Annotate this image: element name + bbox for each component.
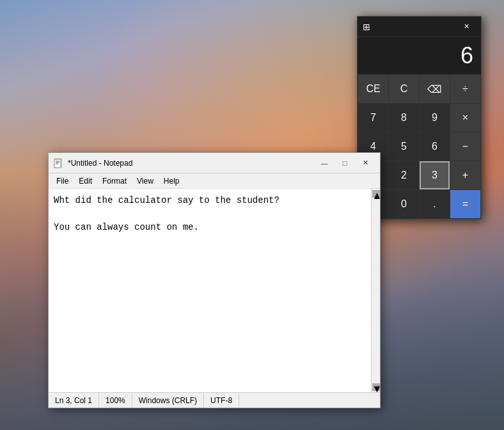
calculator-display: 6 [358, 37, 481, 74]
calc-btn-backspace[interactable]: ⌫ [420, 75, 450, 103]
scrollbar-down-arrow[interactable]: ▼ [372, 383, 380, 391]
calc-btn-0[interactable]: 0 [389, 190, 419, 218]
calc-btn-divide[interactable]: ÷ [450, 75, 480, 103]
menu-edit[interactable]: Edit [74, 175, 97, 187]
calc-btn-multiply[interactable]: × [450, 104, 480, 132]
scrollbar-up-arrow[interactable]: ▲ [372, 190, 380, 198]
notepad-minimize-button[interactable]: — [315, 155, 334, 171]
calc-btn-9[interactable]: 9 [420, 104, 450, 132]
calc-btn-decimal[interactable]: . [420, 190, 450, 218]
notepad-scrollbar[interactable]: ▲ ▼ [371, 189, 380, 392]
notepad-close-button[interactable]: ✕ [356, 155, 375, 171]
menu-format[interactable]: Format [97, 175, 132, 187]
calc-btn-subtract[interactable]: − [450, 132, 480, 161]
calc-btn-ce[interactable]: CE [358, 75, 388, 103]
menu-view[interactable]: View [132, 175, 159, 187]
calc-btn-add[interactable]: + [450, 161, 480, 189]
notepad-controls: — □ ✕ [315, 155, 375, 171]
notepad-content-area: Wht did the calculator say to the studen… [49, 189, 380, 392]
calc-btn-2[interactable]: 2 [389, 161, 419, 189]
notepad-icon [54, 158, 64, 168]
notepad-title: *Untitled - Notepad [68, 159, 315, 168]
status-position: Ln 3, Col 1 [49, 393, 99, 408]
status-zoom: 100% [99, 393, 132, 408]
calc-btn-6[interactable]: 6 [420, 132, 450, 161]
notepad-textarea[interactable]: Wht did the calculator say to the studen… [49, 189, 371, 392]
status-encoding: UTF-8 [204, 393, 239, 408]
calculator-close-button[interactable]: ✕ [457, 18, 476, 36]
notepad-statusbar: Ln 3, Col 1 100% Windows (CRLF) UTF-8 [49, 392, 380, 408]
notepad-maximize-button[interactable]: □ [335, 155, 354, 171]
notepad-menubar: File Edit Format View Help [49, 173, 380, 189]
calculator-titlebar: ⊞ ✕ [358, 17, 481, 37]
notepad-window: *Untitled - Notepad — □ ✕ File Edit Form… [48, 152, 381, 408]
calculator-display-value: 6 [461, 42, 473, 69]
calc-btn-7[interactable]: 7 [358, 104, 388, 132]
calc-btn-c[interactable]: C [389, 75, 419, 103]
menu-help[interactable]: Help [159, 175, 185, 187]
notepad-titlebar: *Untitled - Notepad — □ ✕ [49, 153, 380, 173]
calc-btn-8[interactable]: 8 [389, 104, 419, 132]
status-line-ending: Windows (CRLF) [132, 393, 204, 408]
calculator-icon: ⊞ [363, 22, 370, 32]
calc-btn-3[interactable]: 3 [420, 161, 450, 189]
menu-file[interactable]: File [51, 175, 74, 187]
calc-btn-equals[interactable]: = [450, 190, 480, 218]
calc-btn-5[interactable]: 5 [389, 132, 419, 161]
